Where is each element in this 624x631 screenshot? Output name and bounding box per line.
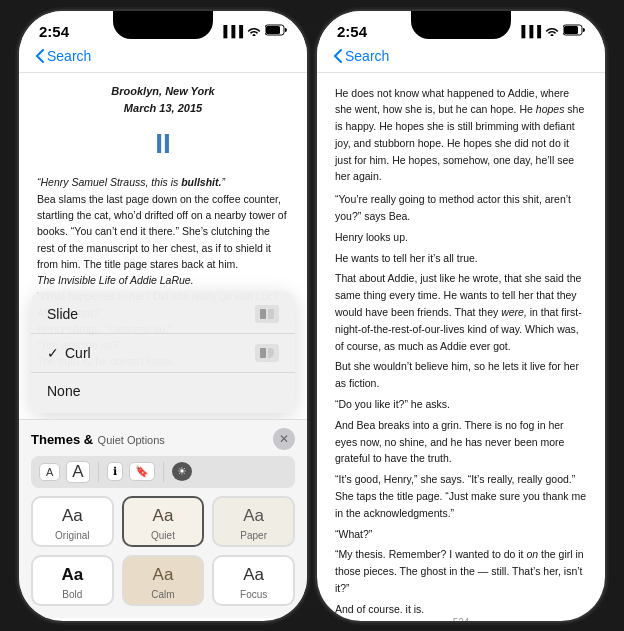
right-signal-icon: ▐▐▐ [518, 25, 541, 37]
separator-2 [163, 462, 164, 482]
right-wifi-icon [545, 25, 559, 38]
svg-rect-3 [268, 309, 274, 319]
themes-title: Themes & Quiet Options [31, 430, 165, 448]
wifi-icon [247, 25, 261, 38]
font-large-a[interactable]: A [66, 461, 89, 483]
close-button[interactable]: ✕ [273, 428, 295, 450]
right-nav-bar: Search [317, 44, 605, 73]
themes-grid: Aa Original Aa Quiet Aa Paper [31, 496, 295, 606]
font-format-icon[interactable]: ℹ [107, 462, 123, 481]
book-chapter: II [37, 122, 289, 167]
notch [113, 11, 213, 39]
svg-rect-6 [564, 26, 578, 34]
theme-paper-preview: Aa [243, 506, 264, 526]
book-location: Brooklyn, New YorkMarch 13, 2015 [37, 83, 289, 118]
left-status-icons: ▐▐▐ [220, 24, 287, 38]
slide-icon [255, 305, 279, 323]
theme-original[interactable]: Aa Original [31, 496, 114, 547]
themes-header: Themes & Quiet Options ✕ [31, 428, 295, 450]
font-bookmark-icon[interactable]: 🔖 [129, 462, 155, 481]
phones-container: 2:54 ▐▐▐ [19, 11, 605, 621]
curl-label: Curl [65, 345, 255, 361]
right-back-button[interactable]: Search [333, 48, 389, 64]
overlay-panel: Slide ✓ Curl [19, 291, 307, 618]
theme-bold[interactable]: Aa Bold [31, 555, 114, 606]
page-number: 524 [317, 613, 605, 621]
theme-focus[interactable]: Aa Focus [212, 555, 295, 606]
slide-label: Slide [47, 306, 78, 322]
separator-1 [98, 462, 99, 482]
left-phone: 2:54 ▐▐▐ [19, 11, 307, 621]
signal-icon: ▐▐▐ [220, 25, 243, 37]
right-back-label: Search [345, 48, 389, 64]
theme-paper-label: Paper [240, 530, 267, 541]
checkmark-icon: ✓ [47, 345, 59, 361]
none-label: None [47, 383, 80, 399]
theme-focus-label: Focus [240, 589, 267, 600]
left-time: 2:54 [39, 23, 69, 40]
right-time: 2:54 [337, 23, 367, 40]
left-back-label: Search [47, 48, 91, 64]
theme-calm[interactable]: Aa Calm [122, 555, 205, 606]
quiet-options-label: Quiet Options [98, 434, 165, 446]
theme-quiet-label: Quiet [151, 530, 175, 541]
theme-calm-label: Calm [151, 589, 174, 600]
theme-bold-preview: Aa [61, 565, 83, 585]
transition-none[interactable]: None [31, 373, 295, 409]
transition-curl[interactable]: ✓ Curl [31, 334, 295, 373]
themes-panel: Themes & Quiet Options ✕ A A ℹ 🔖 ☀ [19, 419, 307, 618]
theme-quiet-preview: Aa [153, 506, 174, 526]
left-book-area: Brooklyn, New YorkMarch 13, 2015 II “Hen… [19, 73, 307, 618]
right-battery-icon [563, 24, 585, 38]
font-small-a[interactable]: A [39, 463, 60, 481]
left-nav-bar: Search [19, 44, 307, 73]
right-phone: 2:54 ▐▐▐ [317, 11, 605, 621]
theme-calm-preview: Aa [153, 565, 174, 585]
right-status-icons: ▐▐▐ [518, 24, 585, 38]
transition-menu: Slide ✓ Curl [31, 291, 295, 413]
right-notch [411, 11, 511, 39]
theme-original-label: Original [55, 530, 89, 541]
themes-label: Themes & [31, 432, 93, 447]
theme-bold-label: Bold [62, 589, 82, 600]
left-back-button[interactable]: Search [35, 48, 91, 64]
theme-focus-preview: Aa [243, 565, 264, 585]
svg-rect-4 [260, 348, 266, 358]
theme-quiet[interactable]: Aa Quiet [122, 496, 205, 547]
transition-slide[interactable]: Slide [31, 295, 295, 334]
font-controls: A A ℹ 🔖 ☀ [31, 456, 295, 488]
theme-original-preview: Aa [62, 506, 83, 526]
battery-icon [265, 24, 287, 38]
theme-paper[interactable]: Aa Paper [212, 496, 295, 547]
curl-icon [255, 344, 279, 362]
svg-rect-1 [266, 26, 280, 34]
brightness-icon[interactable]: ☀ [172, 462, 192, 481]
svg-rect-2 [260, 309, 266, 319]
right-book-content: He does not know what happened to Addie,… [317, 73, 605, 613]
